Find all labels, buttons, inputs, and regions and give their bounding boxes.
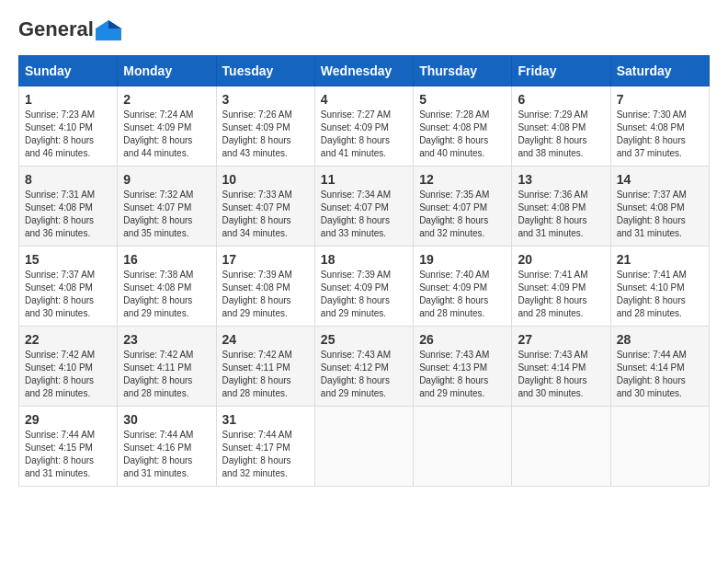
day-info: Sunrise: 7:31 AMSunset: 4:08 PMDaylight:…	[25, 189, 111, 240]
weekday-header: Saturday	[610, 56, 709, 86]
day-info: Sunrise: 7:37 AMSunset: 4:08 PMDaylight:…	[617, 189, 703, 240]
calendar-day-cell: 3Sunrise: 7:26 AMSunset: 4:09 PMDaylight…	[216, 86, 314, 167]
day-number: 16	[123, 252, 210, 267]
day-number: 13	[518, 172, 604, 187]
weekday-header: Friday	[512, 56, 610, 86]
day-number: 6	[518, 92, 604, 107]
day-info: Sunrise: 7:43 AMSunset: 4:13 PMDaylight:…	[419, 349, 506, 400]
day-number: 19	[419, 252, 506, 267]
day-info: Sunrise: 7:28 AMSunset: 4:08 PMDaylight:…	[419, 109, 506, 160]
day-number: 1	[25, 92, 111, 107]
weekday-header: Thursday	[414, 56, 512, 86]
empty-cell	[314, 407, 413, 487]
weekday-header: Monday	[118, 56, 216, 86]
calendar-day-cell: 22Sunrise: 7:42 AMSunset: 4:10 PMDayligh…	[19, 327, 118, 407]
day-info: Sunrise: 7:24 AMSunset: 4:09 PMDaylight:…	[123, 109, 210, 160]
day-number: 14	[617, 172, 703, 187]
day-info: Sunrise: 7:39 AMSunset: 4:08 PMDaylight:…	[222, 269, 309, 320]
day-number: 22	[25, 332, 111, 347]
day-info: Sunrise: 7:39 AMSunset: 4:09 PMDaylight:…	[321, 269, 407, 320]
day-info: Sunrise: 7:33 AMSunset: 4:07 PMDaylight:…	[222, 189, 309, 240]
day-info: Sunrise: 7:42 AMSunset: 4:10 PMDaylight:…	[25, 349, 111, 400]
day-info: Sunrise: 7:41 AMSunset: 4:10 PMDaylight:…	[617, 269, 703, 320]
day-info: Sunrise: 7:26 AMSunset: 4:09 PMDaylight:…	[222, 109, 309, 160]
day-info: Sunrise: 7:37 AMSunset: 4:08 PMDaylight:…	[25, 269, 111, 320]
day-info: Sunrise: 7:44 AMSunset: 4:16 PMDaylight:…	[123, 429, 210, 480]
day-number: 3	[222, 92, 309, 107]
calendar-week-row: 1Sunrise: 7:23 AMSunset: 4:10 PMDaylight…	[19, 86, 710, 167]
day-number: 10	[222, 172, 309, 187]
day-info: Sunrise: 7:42 AMSunset: 4:11 PMDaylight:…	[222, 349, 309, 400]
day-info: Sunrise: 7:23 AMSunset: 4:10 PMDaylight:…	[25, 109, 111, 160]
weekday-header: Tuesday	[216, 56, 314, 86]
empty-cell	[512, 407, 610, 487]
day-info: Sunrise: 7:40 AMSunset: 4:09 PMDaylight:…	[419, 269, 506, 320]
day-number: 20	[518, 252, 604, 267]
calendar-day-cell: 9Sunrise: 7:32 AMSunset: 4:07 PMDaylight…	[118, 167, 216, 247]
logo-general: General	[18, 18, 94, 40]
calendar-day-cell: 23Sunrise: 7:42 AMSunset: 4:11 PMDayligh…	[118, 327, 216, 407]
calendar-day-cell: 6Sunrise: 7:29 AMSunset: 4:08 PMDaylight…	[512, 86, 610, 167]
calendar-day-cell: 17Sunrise: 7:39 AMSunset: 4:08 PMDayligh…	[216, 247, 314, 327]
calendar-day-cell: 19Sunrise: 7:40 AMSunset: 4:09 PMDayligh…	[414, 247, 512, 327]
day-info: Sunrise: 7:42 AMSunset: 4:11 PMDaylight:…	[123, 349, 210, 400]
calendar-day-cell: 15Sunrise: 7:37 AMSunset: 4:08 PMDayligh…	[19, 247, 118, 327]
calendar-day-cell: 26Sunrise: 7:43 AMSunset: 4:13 PMDayligh…	[414, 327, 512, 407]
day-number: 8	[25, 172, 111, 187]
calendar-day-cell: 29Sunrise: 7:44 AMSunset: 4:15 PMDayligh…	[19, 407, 118, 487]
day-number: 5	[419, 92, 506, 107]
calendar-day-cell: 13Sunrise: 7:36 AMSunset: 4:08 PMDayligh…	[512, 167, 610, 247]
calendar-day-cell: 1Sunrise: 7:23 AMSunset: 4:10 PMDaylight…	[19, 86, 118, 167]
calendar-day-cell: 10Sunrise: 7:33 AMSunset: 4:07 PMDayligh…	[216, 167, 314, 247]
day-number: 12	[419, 172, 506, 187]
logo: General	[18, 18, 123, 40]
calendar-day-cell: 27Sunrise: 7:43 AMSunset: 4:14 PMDayligh…	[512, 327, 610, 407]
day-info: Sunrise: 7:27 AMSunset: 4:09 PMDaylight:…	[321, 109, 407, 160]
day-number: 15	[25, 252, 111, 267]
calendar-day-cell: 14Sunrise: 7:37 AMSunset: 4:08 PMDayligh…	[610, 167, 709, 247]
day-info: Sunrise: 7:35 AMSunset: 4:07 PMDaylight:…	[419, 189, 506, 240]
calendar-day-cell: 2Sunrise: 7:24 AMSunset: 4:09 PMDaylight…	[118, 86, 216, 167]
day-info: Sunrise: 7:32 AMSunset: 4:07 PMDaylight:…	[123, 189, 210, 240]
calendar-week-row: 22Sunrise: 7:42 AMSunset: 4:10 PMDayligh…	[19, 327, 710, 407]
day-info: Sunrise: 7:34 AMSunset: 4:07 PMDaylight:…	[321, 189, 407, 240]
day-number: 9	[123, 172, 210, 187]
day-number: 4	[321, 92, 407, 107]
calendar-week-row: 15Sunrise: 7:37 AMSunset: 4:08 PMDayligh…	[19, 247, 710, 327]
calendar-day-cell: 4Sunrise: 7:27 AMSunset: 4:09 PMDaylight…	[314, 86, 413, 167]
weekday-header: Wednesday	[314, 56, 413, 86]
calendar-day-cell: 16Sunrise: 7:38 AMSunset: 4:08 PMDayligh…	[118, 247, 216, 327]
day-info: Sunrise: 7:36 AMSunset: 4:08 PMDaylight:…	[518, 189, 604, 240]
weekday-header: Sunday	[19, 56, 118, 86]
day-info: Sunrise: 7:44 AMSunset: 4:14 PMDaylight:…	[617, 349, 703, 400]
day-number: 11	[321, 172, 407, 187]
calendar-day-cell: 30Sunrise: 7:44 AMSunset: 4:16 PMDayligh…	[118, 407, 216, 487]
day-number: 7	[617, 92, 703, 107]
calendar-week-row: 29Sunrise: 7:44 AMSunset: 4:15 PMDayligh…	[19, 407, 710, 487]
day-number: 30	[123, 412, 210, 427]
day-number: 25	[321, 332, 407, 347]
day-info: Sunrise: 7:43 AMSunset: 4:12 PMDaylight:…	[321, 349, 407, 400]
day-number: 2	[123, 92, 210, 107]
calendar-day-cell: 8Sunrise: 7:31 AMSunset: 4:08 PMDaylight…	[19, 167, 118, 247]
calendar-day-cell: 12Sunrise: 7:35 AMSunset: 4:07 PMDayligh…	[414, 167, 512, 247]
day-number: 26	[419, 332, 506, 347]
day-info: Sunrise: 7:30 AMSunset: 4:08 PMDaylight:…	[617, 109, 703, 160]
logo-icon	[96, 20, 121, 40]
calendar-day-cell: 28Sunrise: 7:44 AMSunset: 4:14 PMDayligh…	[610, 327, 709, 407]
day-info: Sunrise: 7:44 AMSunset: 4:17 PMDaylight:…	[222, 429, 309, 480]
calendar-day-cell: 20Sunrise: 7:41 AMSunset: 4:09 PMDayligh…	[512, 247, 610, 327]
svg-marker-1	[108, 20, 121, 29]
day-number: 17	[222, 252, 309, 267]
day-number: 31	[222, 412, 309, 427]
page-header: General	[18, 18, 710, 40]
day-number: 23	[123, 332, 210, 347]
day-info: Sunrise: 7:41 AMSunset: 4:09 PMDaylight:…	[518, 269, 604, 320]
calendar: SundayMondayTuesdayWednesdayThursdayFrid…	[18, 55, 710, 487]
empty-cell	[414, 407, 512, 487]
calendar-day-cell: 31Sunrise: 7:44 AMSunset: 4:17 PMDayligh…	[216, 407, 314, 487]
day-info: Sunrise: 7:29 AMSunset: 4:08 PMDaylight:…	[518, 109, 604, 160]
day-number: 21	[617, 252, 703, 267]
empty-cell	[610, 407, 709, 487]
calendar-day-cell: 25Sunrise: 7:43 AMSunset: 4:12 PMDayligh…	[314, 327, 413, 407]
